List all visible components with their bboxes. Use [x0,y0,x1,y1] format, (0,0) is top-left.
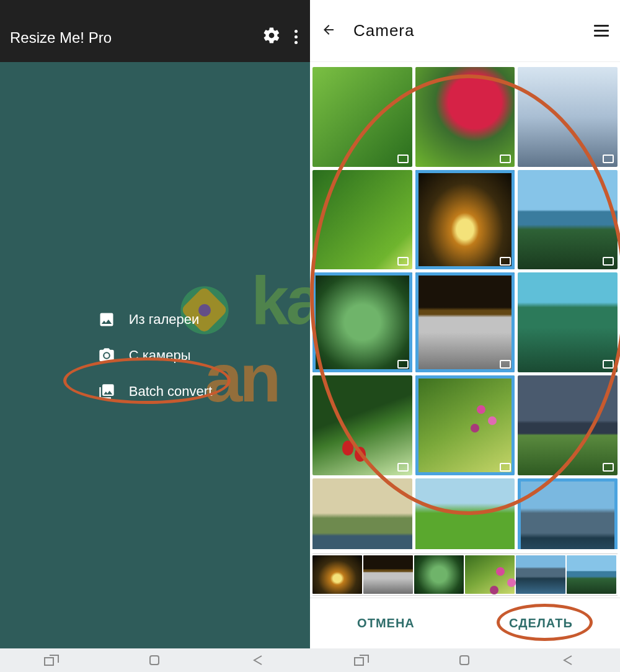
thumb-pink-flowers[interactable] [415,375,515,475]
strip-thumb-4[interactable] [516,555,565,594]
landscape-badge-icon [603,463,614,472]
gear-icon[interactable] [262,26,281,47]
recents-icon[interactable] [353,654,370,666]
thumb-lake-mountains[interactable] [518,170,618,270]
thumb-night-tree[interactable] [415,170,515,270]
overflow-icon[interactable] [292,27,300,47]
picker-title: Camera [353,21,594,40]
collections-icon [98,383,115,400]
landscape-badge-icon [397,463,409,472]
done-button[interactable]: СДЕЛАТЬ [509,616,573,630]
menu-camera[interactable]: С камеры [98,347,213,364]
thumb-waterfall[interactable] [518,272,618,372]
menu-gallery[interactable]: Из галереи [98,311,213,328]
landscape-badge-icon [500,257,511,266]
landscape-badge-icon [500,360,511,369]
thumb-moon-field[interactable] [415,272,515,372]
thumb-strawberries[interactable] [312,375,412,475]
android-navbar [0,648,620,672]
image-icon [98,311,115,328]
landscape-badge-icon [603,155,614,163]
strip-thumb-0[interactable] [312,555,362,594]
picker-appbar: Camera [310,0,620,62]
thumb-green-course[interactable] [415,478,515,549]
back-icon[interactable] [250,654,267,666]
camera-icon [98,347,115,364]
landscape-badge-icon [500,155,511,163]
photo-grid [310,65,620,549]
back-arrow-icon[interactable] [321,22,336,40]
svg-rect-0 [150,656,159,665]
home-icon[interactable] [147,654,163,666]
menu-camera-label: С камеры [129,347,191,364]
home-icon[interactable] [457,654,473,666]
strip-thumb-2[interactable] [414,555,464,594]
thumb-grass-closeup[interactable] [312,67,412,167]
thumb-blue-mountains[interactable] [518,478,618,549]
strip-thumb-3[interactable] [465,555,515,594]
svg-rect-1 [460,656,469,665]
picker-bottombar: ОТМЕНА СДЕЛАТЬ [310,598,620,648]
menu-batch-label: Batch convert [129,383,213,400]
picker-screen: Camera ОТМЕНА СДЕЛАТЬ [310,0,620,648]
landscape-badge-icon [397,155,409,163]
thumb-architecture[interactable] [518,67,618,167]
resize-app-screen: Resize Me! Pro kaan Из галереи [0,0,310,648]
main-menu: Из галереи С камеры Batch convert [98,311,213,400]
hamburger-icon[interactable] [594,25,609,37]
selected-strip [312,553,618,596]
back-icon[interactable] [560,654,577,666]
landscape-badge-icon [603,360,614,369]
landscape-badge-icon [397,360,409,369]
thumb-storm-clouds[interactable] [518,375,618,475]
menu-batch-convert[interactable]: Batch convert [98,383,213,400]
cancel-button[interactable]: ОТМЕНА [357,616,415,630]
thumb-leaf-plant[interactable] [312,272,412,372]
thumb-green-leaves[interactable] [312,170,412,270]
appbar: Resize Me! Pro [0,0,310,62]
app-title: Resize Me! Pro [10,16,262,47]
recents-icon[interactable] [43,654,60,666]
menu-gallery-label: Из галереи [129,311,200,328]
landscape-badge-icon [603,257,614,266]
strip-thumb-5[interactable] [567,555,616,594]
landscape-badge-icon [500,463,511,472]
strip-thumb-1[interactable] [363,555,413,594]
thumb-raspberry[interactable] [415,67,515,167]
landscape-badge-icon [397,257,409,266]
thumb-river-reflection[interactable] [312,478,412,549]
